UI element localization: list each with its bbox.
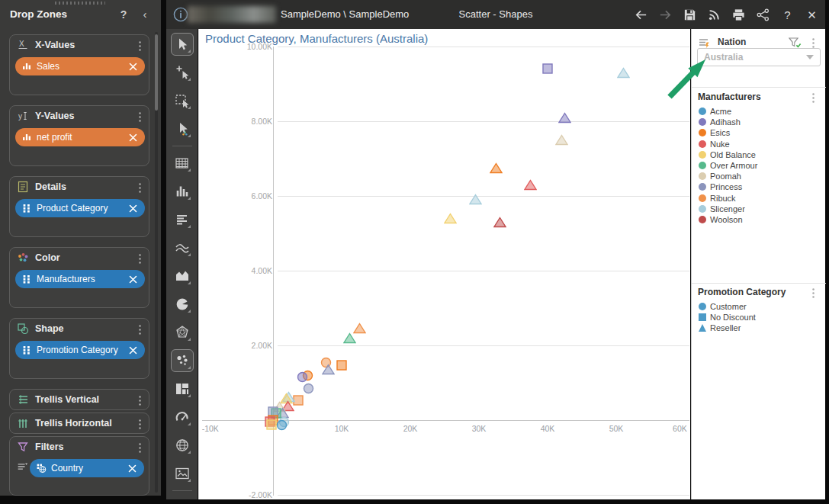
chip-manufacturers[interactable]: Manufacturers (15, 270, 145, 288)
data-point-adihash[interactable] (542, 63, 553, 74)
treemap-tool[interactable] (171, 377, 194, 400)
bar-chart-tool[interactable] (171, 180, 194, 203)
kebab-menu-icon[interactable] (135, 181, 144, 194)
kebab-menu-icon[interactable] (135, 417, 144, 431)
print-icon[interactable] (731, 8, 746, 22)
chip-remove-button[interactable] (129, 275, 137, 284)
data-point-slicenger[interactable] (469, 194, 482, 205)
line-chart-tool[interactable] (171, 236, 194, 259)
nation-filter-dropdown[interactable]: Australia (697, 48, 821, 66)
kebab-menu-icon[interactable] (808, 91, 818, 104)
collapse-panel-icon[interactable]: ‹ (137, 7, 153, 22)
radar-tool[interactable] (171, 321, 194, 344)
kebab-menu-icon[interactable] (135, 441, 144, 454)
point-select-tool[interactable] (171, 117, 194, 140)
legend-item[interactable]: No Discount (699, 312, 756, 323)
y-axis-tick-label: 10.00K (230, 42, 272, 51)
text-tool[interactable] (171, 208, 194, 231)
kebab-menu-icon[interactable] (135, 39, 144, 53)
forward-icon[interactable] (658, 8, 673, 22)
data-point-princess[interactable] (322, 364, 335, 375)
chip-remove-button[interactable] (129, 63, 137, 71)
chip-remove-button[interactable] (129, 204, 137, 213)
kebab-menu-icon[interactable] (135, 393, 144, 407)
data-point-poomah[interactable] (555, 134, 568, 146)
x-axis-tick-label: 30K (472, 424, 487, 433)
back-icon[interactable] (634, 8, 648, 22)
y-gridline (278, 121, 689, 122)
legend-item[interactable]: Princess (699, 181, 742, 192)
drop-zone-header-y-values: yY-Values (10, 106, 149, 126)
chip-remove-button[interactable] (129, 133, 137, 142)
chip-country[interactable]: Country (30, 459, 144, 477)
rectangle-select-tool[interactable] (171, 89, 194, 112)
chip-remove-button[interactable] (129, 346, 137, 355)
legend-item[interactable]: Reseller (699, 323, 741, 333)
data-point-princess[interactable] (303, 383, 314, 394)
pointer-tool[interactable] (171, 33, 194, 56)
legend-item[interactable]: Ribuck (699, 193, 736, 204)
pie-chart-tool[interactable] (171, 293, 194, 316)
drop-zone-label: Color (35, 248, 60, 268)
legend-item[interactable]: Over Armour (699, 160, 757, 171)
data-point-acme[interactable] (276, 419, 288, 431)
data-point-old-balance[interactable] (444, 213, 457, 224)
area-chart-tool[interactable] (171, 265, 194, 287)
scatter-chart: Product Category, Manufacturers (Austral… (198, 29, 690, 499)
help-icon[interactable]: ? (780, 8, 795, 22)
data-point-over-armour[interactable] (343, 332, 356, 344)
kebab-menu-icon[interactable] (135, 110, 144, 124)
close-icon[interactable]: ✕ (805, 8, 819, 22)
data-point-old-balance[interactable] (266, 419, 277, 430)
data-point-woolson[interactable] (493, 217, 506, 228)
chip-net-profit[interactable]: net profit (15, 128, 145, 146)
legend-item[interactable]: Woolson (699, 214, 743, 225)
rerun-icon[interactable] (707, 8, 721, 22)
data-point-esics[interactable] (336, 360, 347, 371)
legend-swatch-circle (699, 118, 706, 126)
legend-item[interactable]: Slicenger (699, 204, 745, 214)
legend-swatch-circle (699, 108, 706, 115)
legend-label: Princess (710, 182, 742, 191)
y-axis-tick-label: 8.00K (230, 117, 272, 126)
nation-filter-value: Australia (704, 52, 806, 63)
save-icon[interactable] (683, 8, 697, 22)
help-icon[interactable]: ? (116, 7, 131, 22)
kebab-menu-icon[interactable] (135, 252, 144, 265)
data-point-slicenger[interactable] (617, 67, 630, 79)
legend-item[interactable]: Esics (699, 127, 730, 138)
legend-label: Customer (710, 302, 747, 311)
table-tool[interactable] (171, 152, 194, 175)
chip-product-category[interactable]: Product Category (15, 199, 145, 217)
scrollbar-thumb[interactable] (155, 34, 158, 111)
legend-item[interactable]: Poomah (699, 171, 741, 181)
chip-sales[interactable]: Sales (15, 57, 145, 75)
kebab-menu-icon[interactable] (808, 286, 818, 300)
chip-remove-button[interactable] (128, 464, 137, 473)
legend-item[interactable]: Old Balance (699, 149, 756, 160)
gauge-tool[interactable] (171, 406, 194, 429)
map-tool[interactable] (171, 434, 194, 457)
legend-swatch-circle (699, 205, 706, 213)
panel-title: Drop Zones (10, 0, 67, 29)
data-point-nuke[interactable] (524, 179, 537, 191)
image-tool[interactable] (171, 462, 194, 485)
scatter-tool[interactable] (171, 349, 194, 372)
chip-label: Country (51, 463, 124, 474)
legend-label: No Discount (710, 313, 756, 322)
slicer-icon[interactable] (16, 461, 28, 473)
drop-zone-label: Filters (35, 437, 64, 457)
share-icon[interactable] (756, 8, 770, 22)
shape-icon (16, 322, 30, 335)
legend-item[interactable]: Customer (699, 301, 747, 312)
legend-item[interactable]: Adihash (699, 117, 741, 127)
data-point-adihash[interactable] (297, 371, 308, 383)
legend-item[interactable]: Nuke (699, 139, 730, 149)
chip-promotion-category[interactable]: Promotion Category (15, 341, 145, 359)
kebab-menu-icon[interactable] (135, 323, 144, 336)
legend-item[interactable]: Acme (699, 106, 731, 117)
add-pointer-tool[interactable] (171, 61, 194, 84)
data-point-adihash[interactable] (558, 112, 571, 124)
data-point-esics[interactable] (490, 162, 503, 174)
chevron-down-icon (806, 55, 814, 59)
